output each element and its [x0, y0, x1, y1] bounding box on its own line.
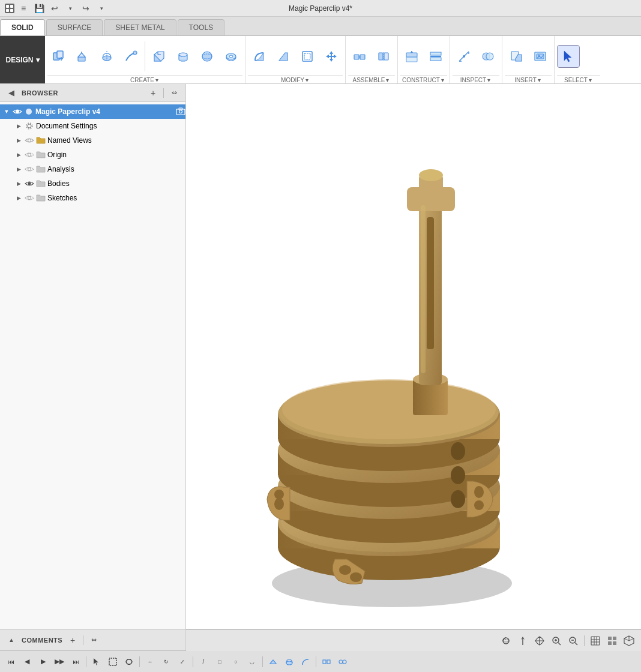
display-settings-btn[interactable] [588, 634, 603, 648]
box-select-btn[interactable] [106, 655, 120, 669]
view-cube-btn[interactable] [622, 634, 636, 648]
next-frame-btn[interactable]: ▶▶ [52, 655, 67, 669]
assemble-quick-btn[interactable] [319, 655, 334, 669]
tree-item-bodies[interactable]: ▶ Bodies [0, 176, 185, 191]
construct-label[interactable]: CONSTRUCT ▾ [400, 75, 447, 83]
insert-label[interactable]: INSERT ▾ [505, 75, 552, 83]
revolve-tool[interactable] [95, 45, 118, 68]
comments-expand-button[interactable]: ⇔ [87, 634, 100, 647]
inspect-group: INSPECT ▾ [450, 36, 502, 83]
modify-label[interactable]: MODIFY ▾ [248, 75, 343, 83]
browser-collapse-button[interactable]: ◀ [5, 86, 18, 100]
tab-sheet-metal[interactable]: SHEET METAL [104, 19, 176, 35]
free-select-btn[interactable] [122, 655, 136, 669]
sweep-tool[interactable] [119, 45, 142, 68]
sketch-arc-btn[interactable]: ◡ [245, 655, 259, 669]
sketch-rect-btn[interactable]: □ [212, 655, 227, 669]
tree-item-analysis[interactable]: ▶ Analysis [0, 162, 185, 176]
first-frame-btn[interactable]: ⏮ [4, 655, 18, 669]
tree-item-sketches[interactable]: ▶ Sketches [0, 191, 185, 205]
fillet-quick-btn[interactable] [298, 655, 313, 669]
midplane-tool[interactable] [424, 45, 447, 68]
model-viewport[interactable] [186, 84, 641, 629]
svg-line-108 [558, 643, 561, 645]
joint-quick-btn[interactable] [336, 655, 350, 669]
box-tool[interactable] [148, 45, 170, 68]
zoom-out-btn[interactable] [566, 634, 580, 648]
cylinder-tool[interactable] [172, 45, 194, 68]
tree-root-item[interactable]: ▼ Magic Paperclip v4 [0, 104, 185, 119]
sketches-folder-icon [36, 193, 46, 203]
save-button[interactable]: 💾 [32, 2, 46, 15]
main-area: ◀ BROWSER + ⇔ ▼ Magic Paperclip v4 [0, 84, 641, 629]
browser-expand-button[interactable]: ⇔ [167, 86, 181, 100]
select-group: SELECT ▾ [555, 36, 603, 83]
svg-point-100 [451, 466, 465, 484]
svg-rect-5 [57, 51, 63, 58]
look-at-btn[interactable] [516, 634, 530, 648]
revolve-quick-btn[interactable] [282, 655, 296, 669]
redo-button[interactable]: ↪ [79, 2, 92, 15]
torus-tool[interactable] [220, 45, 242, 68]
undo-arrow-dropdown[interactable]: ▾ [64, 2, 77, 15]
create-label[interactable]: CREATE ▾ [47, 75, 242, 83]
menu-button[interactable]: ≡ [17, 2, 30, 15]
comments-collapse-button[interactable]: ▲ [5, 634, 18, 647]
extrude-quick-btn[interactable] [266, 655, 280, 669]
sphere-tool[interactable] [196, 45, 218, 68]
svg-point-104 [503, 640, 509, 642]
shell-tool[interactable] [296, 45, 319, 68]
interference-tool[interactable] [477, 45, 499, 68]
inspect-label[interactable]: INSPECT ▾ [453, 75, 499, 83]
select-tool[interactable] [557, 45, 580, 68]
fillet-tool[interactable] [248, 45, 271, 68]
tree-item-origin[interactable]: ▶ Origin [0, 148, 185, 162]
cursor-select-btn[interactable] [89, 655, 104, 669]
move-copy-tool[interactable] [320, 45, 343, 68]
measure-tool[interactable] [453, 45, 475, 68]
grid-settings-btn[interactable] [605, 634, 619, 648]
tree-item-named-views[interactable]: ▶ Named Views [0, 133, 185, 148]
zoom-in-btn[interactable] [549, 634, 564, 648]
sketch-line-btn[interactable]: / [196, 655, 211, 669]
chamfer-tool[interactable] [272, 45, 295, 68]
pan-btn[interactable] [532, 634, 547, 648]
browser-add-button[interactable]: + [146, 86, 160, 100]
tab-tools[interactable]: TOOLS [178, 19, 224, 35]
offset-plane-tool[interactable] [400, 45, 423, 68]
modify-dropdown-arrow: ▾ [305, 77, 308, 83]
assemble-label[interactable]: ASSEMBLE ▾ [348, 75, 395, 83]
orbit-tool-btn[interactable] [499, 634, 513, 648]
comments-add-button[interactable]: + [66, 634, 79, 647]
tree-item-doc-settings[interactable]: ▶ Document Settings [0, 119, 185, 133]
design-dropdown[interactable]: DESIGN ▾ [0, 36, 45, 83]
play-btn[interactable]: ▶ [36, 655, 50, 669]
origin-eye-icon[interactable] [25, 150, 34, 160]
analysis-eye-icon[interactable] [25, 164, 34, 174]
extrude-tool[interactable] [71, 45, 94, 68]
select-dropdown-arrow: ▾ [589, 77, 592, 83]
bodies-eye-icon[interactable] [25, 179, 34, 188]
canvas-area[interactable] [186, 84, 641, 629]
root-eye-icon[interactable] [13, 107, 22, 116]
last-frame-btn[interactable]: ⏭ [68, 655, 83, 669]
named-views-eye-icon[interactable] [25, 136, 34, 145]
footer-bar: ⏮ ◀ ▶ ▶▶ ⏭ ↔ ↻ ⤢ / □ ○ ◡ [0, 650, 641, 672]
joint-tool[interactable] [348, 45, 371, 68]
tab-solid[interactable]: SOLID [0, 19, 45, 35]
sketch-circle-btn[interactable]: ○ [229, 655, 243, 669]
sketches-eye-icon[interactable] [25, 193, 34, 203]
assemble-as-built-tool[interactable] [372, 45, 395, 68]
redo-arrow-dropdown[interactable]: ▾ [95, 2, 108, 15]
insert-derive-tool[interactable] [505, 45, 528, 68]
scale-btn[interactable]: ⤢ [175, 655, 190, 669]
new-component-tool[interactable] [47, 45, 70, 68]
translate-btn[interactable]: ↔ [143, 655, 157, 669]
select-label[interactable]: SELECT ▾ [557, 75, 600, 83]
undo-button[interactable]: ↩ [48, 2, 61, 15]
root-camera-icon[interactable] [176, 107, 185, 116]
canvas-tool[interactable] [529, 45, 552, 68]
tab-surface[interactable]: SURFACE [46, 19, 103, 35]
rotate-btn[interactable]: ↻ [159, 655, 173, 669]
prev-frame-btn[interactable]: ◀ [20, 655, 34, 669]
